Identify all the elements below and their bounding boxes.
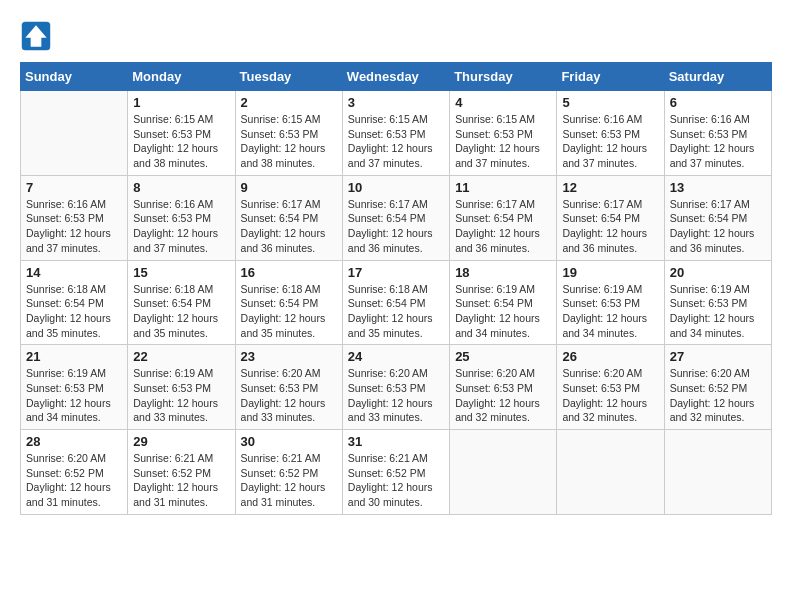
day-number: 17 <box>348 265 444 280</box>
week-row-1: 1Sunrise: 6:15 AM Sunset: 6:53 PM Daylig… <box>21 91 772 176</box>
day-cell: 20Sunrise: 6:19 AM Sunset: 6:53 PM Dayli… <box>664 260 771 345</box>
day-number: 2 <box>241 95 337 110</box>
day-cell <box>21 91 128 176</box>
day-number: 11 <box>455 180 551 195</box>
day-cell: 25Sunrise: 6:20 AM Sunset: 6:53 PM Dayli… <box>450 345 557 430</box>
day-cell: 7Sunrise: 6:16 AM Sunset: 6:53 PM Daylig… <box>21 175 128 260</box>
week-row-4: 21Sunrise: 6:19 AM Sunset: 6:53 PM Dayli… <box>21 345 772 430</box>
day-cell: 29Sunrise: 6:21 AM Sunset: 6:52 PM Dayli… <box>128 430 235 515</box>
day-number: 25 <box>455 349 551 364</box>
day-info: Sunrise: 6:20 AM Sunset: 6:53 PM Dayligh… <box>241 366 337 425</box>
day-cell: 26Sunrise: 6:20 AM Sunset: 6:53 PM Dayli… <box>557 345 664 430</box>
day-number: 6 <box>670 95 766 110</box>
day-number: 28 <box>26 434 122 449</box>
day-info: Sunrise: 6:19 AM Sunset: 6:53 PM Dayligh… <box>26 366 122 425</box>
day-cell: 23Sunrise: 6:20 AM Sunset: 6:53 PM Dayli… <box>235 345 342 430</box>
day-info: Sunrise: 6:17 AM Sunset: 6:54 PM Dayligh… <box>348 197 444 256</box>
day-cell: 24Sunrise: 6:20 AM Sunset: 6:53 PM Dayli… <box>342 345 449 430</box>
day-header-friday: Friday <box>557 63 664 91</box>
day-info: Sunrise: 6:20 AM Sunset: 6:53 PM Dayligh… <box>455 366 551 425</box>
day-number: 23 <box>241 349 337 364</box>
day-number: 29 <box>133 434 229 449</box>
day-number: 24 <box>348 349 444 364</box>
calendar-table: SundayMondayTuesdayWednesdayThursdayFrid… <box>20 62 772 515</box>
day-cell: 5Sunrise: 6:16 AM Sunset: 6:53 PM Daylig… <box>557 91 664 176</box>
day-cell <box>664 430 771 515</box>
day-cell: 18Sunrise: 6:19 AM Sunset: 6:54 PM Dayli… <box>450 260 557 345</box>
day-number: 31 <box>348 434 444 449</box>
day-info: Sunrise: 6:21 AM Sunset: 6:52 PM Dayligh… <box>133 451 229 510</box>
day-header-tuesday: Tuesday <box>235 63 342 91</box>
day-number: 22 <box>133 349 229 364</box>
day-headers: SundayMondayTuesdayWednesdayThursdayFrid… <box>21 63 772 91</box>
day-number: 16 <box>241 265 337 280</box>
day-number: 21 <box>26 349 122 364</box>
day-number: 13 <box>670 180 766 195</box>
logo-icon <box>20 20 52 52</box>
day-info: Sunrise: 6:20 AM Sunset: 6:53 PM Dayligh… <box>348 366 444 425</box>
day-cell <box>450 430 557 515</box>
day-cell: 11Sunrise: 6:17 AM Sunset: 6:54 PM Dayli… <box>450 175 557 260</box>
day-info: Sunrise: 6:19 AM Sunset: 6:53 PM Dayligh… <box>670 282 766 341</box>
day-cell: 10Sunrise: 6:17 AM Sunset: 6:54 PM Dayli… <box>342 175 449 260</box>
day-cell: 4Sunrise: 6:15 AM Sunset: 6:53 PM Daylig… <box>450 91 557 176</box>
day-number: 1 <box>133 95 229 110</box>
day-number: 5 <box>562 95 658 110</box>
day-number: 30 <box>241 434 337 449</box>
day-info: Sunrise: 6:17 AM Sunset: 6:54 PM Dayligh… <box>562 197 658 256</box>
day-info: Sunrise: 6:18 AM Sunset: 6:54 PM Dayligh… <box>133 282 229 341</box>
day-info: Sunrise: 6:15 AM Sunset: 6:53 PM Dayligh… <box>455 112 551 171</box>
day-cell: 15Sunrise: 6:18 AM Sunset: 6:54 PM Dayli… <box>128 260 235 345</box>
day-info: Sunrise: 6:15 AM Sunset: 6:53 PM Dayligh… <box>241 112 337 171</box>
week-row-3: 14Sunrise: 6:18 AM Sunset: 6:54 PM Dayli… <box>21 260 772 345</box>
day-info: Sunrise: 6:15 AM Sunset: 6:53 PM Dayligh… <box>133 112 229 171</box>
day-number: 9 <box>241 180 337 195</box>
week-row-2: 7Sunrise: 6:16 AM Sunset: 6:53 PM Daylig… <box>21 175 772 260</box>
day-header-saturday: Saturday <box>664 63 771 91</box>
day-cell: 19Sunrise: 6:19 AM Sunset: 6:53 PM Dayli… <box>557 260 664 345</box>
day-number: 7 <box>26 180 122 195</box>
day-cell: 12Sunrise: 6:17 AM Sunset: 6:54 PM Dayli… <box>557 175 664 260</box>
day-cell: 16Sunrise: 6:18 AM Sunset: 6:54 PM Dayli… <box>235 260 342 345</box>
logo <box>20 20 56 52</box>
day-number: 8 <box>133 180 229 195</box>
day-info: Sunrise: 6:19 AM Sunset: 6:53 PM Dayligh… <box>562 282 658 341</box>
day-number: 12 <box>562 180 658 195</box>
day-cell <box>557 430 664 515</box>
day-cell: 28Sunrise: 6:20 AM Sunset: 6:52 PM Dayli… <box>21 430 128 515</box>
day-info: Sunrise: 6:18 AM Sunset: 6:54 PM Dayligh… <box>26 282 122 341</box>
day-number: 18 <box>455 265 551 280</box>
day-number: 19 <box>562 265 658 280</box>
day-cell: 27Sunrise: 6:20 AM Sunset: 6:52 PM Dayli… <box>664 345 771 430</box>
day-number: 20 <box>670 265 766 280</box>
day-info: Sunrise: 6:18 AM Sunset: 6:54 PM Dayligh… <box>241 282 337 341</box>
day-number: 14 <box>26 265 122 280</box>
day-info: Sunrise: 6:17 AM Sunset: 6:54 PM Dayligh… <box>241 197 337 256</box>
day-info: Sunrise: 6:20 AM Sunset: 6:52 PM Dayligh… <box>670 366 766 425</box>
week-row-5: 28Sunrise: 6:20 AM Sunset: 6:52 PM Dayli… <box>21 430 772 515</box>
day-cell: 21Sunrise: 6:19 AM Sunset: 6:53 PM Dayli… <box>21 345 128 430</box>
day-info: Sunrise: 6:18 AM Sunset: 6:54 PM Dayligh… <box>348 282 444 341</box>
day-number: 3 <box>348 95 444 110</box>
day-cell: 8Sunrise: 6:16 AM Sunset: 6:53 PM Daylig… <box>128 175 235 260</box>
day-number: 10 <box>348 180 444 195</box>
day-info: Sunrise: 6:17 AM Sunset: 6:54 PM Dayligh… <box>670 197 766 256</box>
day-cell: 30Sunrise: 6:21 AM Sunset: 6:52 PM Dayli… <box>235 430 342 515</box>
day-header-sunday: Sunday <box>21 63 128 91</box>
day-info: Sunrise: 6:21 AM Sunset: 6:52 PM Dayligh… <box>241 451 337 510</box>
day-cell: 1Sunrise: 6:15 AM Sunset: 6:53 PM Daylig… <box>128 91 235 176</box>
day-info: Sunrise: 6:15 AM Sunset: 6:53 PM Dayligh… <box>348 112 444 171</box>
day-cell: 31Sunrise: 6:21 AM Sunset: 6:52 PM Dayli… <box>342 430 449 515</box>
page-header <box>20 20 772 52</box>
day-info: Sunrise: 6:16 AM Sunset: 6:53 PM Dayligh… <box>26 197 122 256</box>
day-cell: 6Sunrise: 6:16 AM Sunset: 6:53 PM Daylig… <box>664 91 771 176</box>
day-header-thursday: Thursday <box>450 63 557 91</box>
day-cell: 17Sunrise: 6:18 AM Sunset: 6:54 PM Dayli… <box>342 260 449 345</box>
day-number: 4 <box>455 95 551 110</box>
day-info: Sunrise: 6:20 AM Sunset: 6:53 PM Dayligh… <box>562 366 658 425</box>
day-header-monday: Monday <box>128 63 235 91</box>
day-cell: 13Sunrise: 6:17 AM Sunset: 6:54 PM Dayli… <box>664 175 771 260</box>
day-number: 27 <box>670 349 766 364</box>
day-cell: 2Sunrise: 6:15 AM Sunset: 6:53 PM Daylig… <box>235 91 342 176</box>
day-header-wednesday: Wednesday <box>342 63 449 91</box>
